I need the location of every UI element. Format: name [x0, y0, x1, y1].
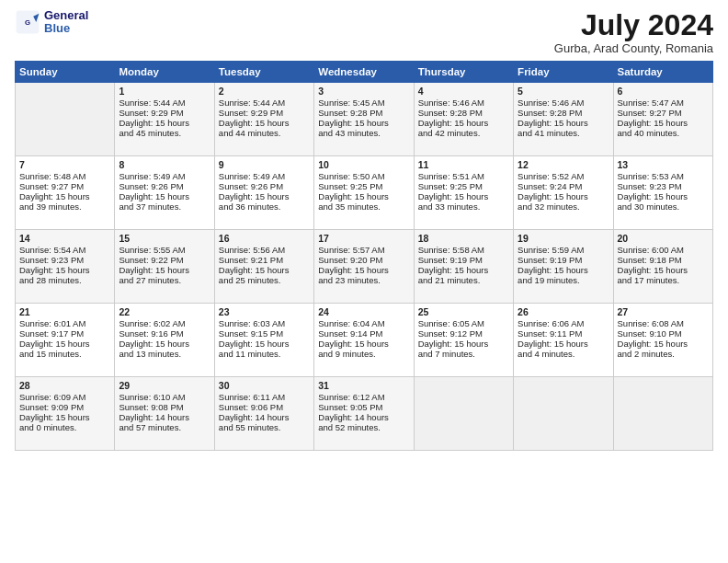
day-info-line: and 11 minutes.: [219, 349, 310, 359]
day-info-line: Daylight: 15 hours: [418, 118, 509, 128]
day-info-line: Daylight: 15 hours: [518, 191, 609, 201]
day-header-wednesday: Wednesday: [314, 62, 414, 83]
day-number: 1: [119, 86, 210, 97]
day-info-line: and 30 minutes.: [618, 201, 709, 212]
day-info-line: Sunrise: 5:46 AM: [418, 98, 509, 108]
day-info-line: Sunrise: 6:09 AM: [19, 392, 110, 402]
logo-icon: G: [15, 9, 40, 35]
day-number: 6: [618, 86, 709, 97]
day-number: 25: [418, 306, 509, 317]
day-info-line: Daylight: 15 hours: [119, 339, 210, 349]
day-info-line: Daylight: 15 hours: [119, 265, 210, 275]
calendar-cell: 8Sunrise: 5:49 AMSunset: 9:26 PMDaylight…: [115, 156, 214, 230]
day-info-line: Sunset: 9:09 PM: [19, 402, 110, 412]
calendar-cell: 28Sunrise: 6:09 AMSunset: 9:09 PMDayligh…: [16, 377, 115, 451]
day-info-line: Sunrise: 6:06 AM: [518, 318, 609, 328]
day-info-line: and 25 minutes.: [219, 275, 310, 285]
week-row-5: 28Sunrise: 6:09 AMSunset: 9:09 PMDayligh…: [16, 377, 713, 451]
day-info-line: Daylight: 15 hours: [618, 118, 709, 128]
day-header-tuesday: Tuesday: [214, 62, 313, 83]
day-number: 18: [418, 233, 509, 244]
day-info-line: and 40 minutes.: [618, 128, 709, 138]
day-number: 14: [19, 233, 110, 244]
day-info-line: Sunrise: 5:46 AM: [518, 98, 609, 108]
day-info-line: and 0 minutes.: [19, 422, 110, 432]
day-number: 13: [618, 159, 709, 170]
day-info-line: Sunset: 9:15 PM: [219, 328, 310, 339]
day-info-line: and 23 minutes.: [318, 275, 409, 285]
calendar-cell: 10Sunrise: 5:50 AMSunset: 9:25 PMDayligh…: [314, 156, 414, 230]
calendar-cell: 14Sunrise: 5:54 AMSunset: 9:23 PMDayligh…: [16, 230, 115, 304]
day-header-saturday: Saturday: [613, 62, 712, 83]
day-info-line: Sunrise: 5:54 AM: [19, 245, 110, 255]
calendar-cell: 30Sunrise: 6:11 AMSunset: 9:06 PMDayligh…: [214, 377, 313, 451]
day-info-line: and 55 minutes.: [219, 422, 310, 432]
day-header-row: SundayMondayTuesdayWednesdayThursdayFrid…: [16, 62, 713, 83]
day-info-line: Sunset: 9:24 PM: [518, 181, 609, 191]
day-info-line: and 42 minutes.: [418, 128, 509, 138]
day-info-line: Daylight: 15 hours: [219, 339, 310, 349]
day-number: 21: [19, 306, 110, 317]
day-info-line: and 7 minutes.: [418, 349, 509, 359]
day-info-line: and 39 minutes.: [19, 201, 110, 212]
calendar-cell: 26Sunrise: 6:06 AMSunset: 9:11 PMDayligh…: [514, 304, 613, 377]
day-info-line: Daylight: 15 hours: [518, 118, 609, 128]
day-number: 10: [318, 159, 409, 170]
calendar-cell: 2Sunrise: 5:44 AMSunset: 9:29 PMDaylight…: [214, 83, 313, 156]
day-info-line: Sunrise: 6:08 AM: [618, 318, 709, 328]
day-info-line: and 13 minutes.: [119, 349, 210, 359]
month-title: July 2024: [554, 9, 713, 41]
day-info-line: Sunrise: 6:04 AM: [318, 318, 409, 328]
day-info-line: and 9 minutes.: [318, 349, 409, 359]
day-info-line: Sunset: 9:12 PM: [418, 328, 509, 339]
day-info-line: Sunset: 9:22 PM: [119, 255, 210, 265]
day-number: 3: [318, 86, 409, 97]
location: Gurba, Arad County, Romania: [554, 41, 713, 55]
day-number: 27: [618, 306, 709, 317]
day-info-line: Daylight: 15 hours: [119, 118, 210, 128]
calendar-cell: 31Sunrise: 6:12 AMSunset: 9:05 PMDayligh…: [314, 377, 414, 451]
day-number: 22: [119, 306, 210, 317]
day-info-line: Daylight: 15 hours: [418, 191, 509, 201]
calendar-cell: 12Sunrise: 5:52 AMSunset: 9:24 PMDayligh…: [514, 156, 613, 230]
day-info-line: Sunset: 9:25 PM: [418, 181, 509, 191]
calendar-cell: [414, 377, 513, 451]
week-row-2: 7Sunrise: 5:48 AMSunset: 9:27 PMDaylight…: [16, 156, 713, 230]
day-header-thursday: Thursday: [414, 62, 513, 83]
day-info-line: Daylight: 15 hours: [19, 191, 110, 201]
day-info-line: Daylight: 15 hours: [19, 339, 110, 349]
day-info-line: and 2 minutes.: [618, 349, 709, 359]
day-info-line: Sunrise: 6:03 AM: [219, 318, 310, 328]
day-info-line: Sunrise: 6:00 AM: [618, 245, 709, 255]
day-info-line: and 37 minutes.: [119, 201, 210, 212]
day-number: 8: [119, 159, 210, 170]
day-info-line: Sunrise: 5:49 AM: [219, 171, 310, 181]
day-info-line: Sunset: 9:27 PM: [618, 108, 709, 118]
day-header-monday: Monday: [115, 62, 214, 83]
calendar-cell: 3Sunrise: 5:45 AMSunset: 9:28 PMDaylight…: [314, 83, 414, 156]
day-info-line: and 44 minutes.: [219, 128, 310, 138]
day-info-line: and 32 minutes.: [518, 201, 609, 212]
day-info-line: Sunrise: 5:44 AM: [119, 98, 210, 108]
day-info-line: Sunset: 9:21 PM: [219, 255, 310, 265]
calendar-cell: 1Sunrise: 5:44 AMSunset: 9:29 PMDaylight…: [115, 83, 214, 156]
calendar-cell: 20Sunrise: 6:00 AMSunset: 9:18 PMDayligh…: [613, 230, 712, 304]
day-info-line: and 57 minutes.: [119, 422, 210, 432]
day-number: 4: [418, 86, 509, 97]
day-info-line: and 21 minutes.: [418, 275, 509, 285]
calendar-cell: 29Sunrise: 6:10 AMSunset: 9:08 PMDayligh…: [115, 377, 214, 451]
day-number: 16: [219, 233, 310, 244]
day-info-line: and 33 minutes.: [418, 201, 509, 212]
day-info-line: Daylight: 15 hours: [518, 265, 609, 275]
day-info-line: and 28 minutes.: [19, 275, 110, 285]
calendar-cell: [16, 83, 115, 156]
day-number: 9: [219, 159, 310, 170]
day-info-line: and 52 minutes.: [318, 422, 409, 432]
calendar-cell: 24Sunrise: 6:04 AMSunset: 9:14 PMDayligh…: [314, 304, 414, 377]
calendar-cell: 6Sunrise: 5:47 AMSunset: 9:27 PMDaylight…: [613, 83, 712, 156]
day-number: 26: [518, 306, 609, 317]
calendar-cell: 27Sunrise: 6:08 AMSunset: 9:10 PMDayligh…: [613, 304, 712, 377]
day-number: 5: [518, 86, 609, 97]
day-number: 23: [219, 306, 310, 317]
day-info-line: Sunrise: 5:52 AM: [518, 171, 609, 181]
